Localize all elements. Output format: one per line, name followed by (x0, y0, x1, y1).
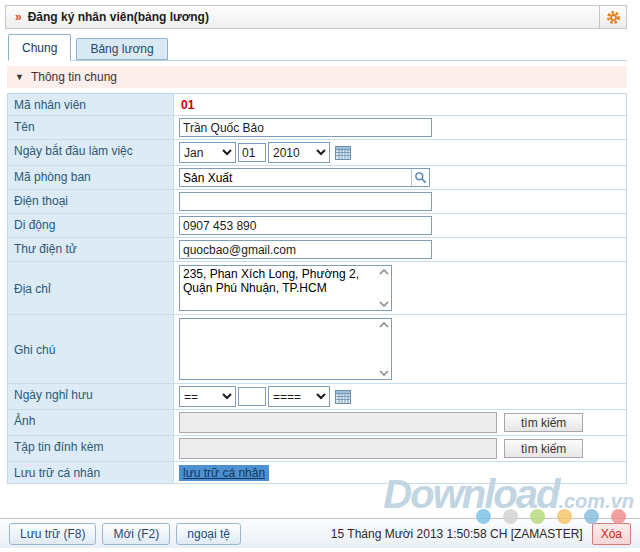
phone-input[interactable] (179, 192, 432, 211)
watermark-dot (476, 509, 491, 524)
save-button[interactable]: Lưu trữ (F8) (9, 523, 96, 545)
attachment-browse-button[interactable]: tìm kiếm (504, 439, 583, 458)
textarea-scrollbar[interactable] (376, 266, 391, 310)
field-label: Mã nhân viên (8, 94, 174, 115)
row-department: Mã phòng ban (8, 166, 626, 190)
field-label: Điện thoại (8, 190, 174, 213)
retirement-year-select[interactable]: ==== (268, 386, 330, 407)
field-label: Thư điện tử (8, 238, 174, 261)
notes-field (179, 318, 392, 380)
retirement-month-select[interactable]: == (179, 386, 236, 407)
calendar-icon[interactable] (335, 389, 351, 404)
name-input[interactable] (179, 118, 432, 137)
row-email: Thư điện tử (8, 238, 626, 262)
row-notes: Ghi chú (8, 315, 626, 384)
row-attachment: Tập tin đính kèm tìm kiếm (8, 436, 626, 462)
department-lookup-field (179, 168, 430, 187)
field-label: Di động (8, 214, 174, 237)
delete-button[interactable]: Xóa (592, 523, 631, 545)
field-label: Ảnh (8, 410, 174, 435)
start-year-select[interactable]: 2010 (268, 142, 330, 163)
watermark-dot (611, 509, 626, 524)
field-value-cell (174, 116, 626, 139)
tab-bar: Chung Bảng lương (8, 33, 627, 61)
start-day-input[interactable] (238, 143, 266, 162)
calendar-icon[interactable] (335, 145, 351, 160)
page-title: Đăng ký nhân viên(bảng lương) (28, 10, 209, 24)
field-label: Mã phòng ban (8, 166, 174, 189)
field-value-cell (174, 190, 626, 213)
section-title: Thông tin chung (31, 70, 117, 84)
breadcrumb-arrow-icon: » (15, 10, 22, 24)
field-label: Lưu trữ cá nhân (8, 462, 174, 483)
field-value-cell (174, 315, 626, 383)
settings-button[interactable] (599, 6, 626, 28)
notes-textarea[interactable] (180, 319, 376, 379)
textarea-scrollbar[interactable] (376, 319, 391, 379)
field-value-cell: == ==== (174, 384, 626, 409)
field-value-cell: 235, Phan Xích Long, Phường 2, Quận Phú … (174, 262, 626, 314)
search-lookup-icon[interactable] (411, 169, 429, 186)
window-titlebar: » Đăng ký nhân viên(bảng lương) (5, 5, 627, 29)
gear-icon (606, 10, 621, 25)
row-employee-id: Mã nhân viên 01 (8, 94, 626, 116)
row-phone: Điện thoại (8, 190, 626, 214)
row-start-date: Ngày bắt đầu làm việc Jan 2010 (8, 140, 626, 166)
field-value-cell (174, 214, 626, 237)
department-input[interactable] (180, 171, 411, 185)
row-photo: Ảnh tìm kiếm (8, 410, 626, 436)
field-value-cell: tìm kiếm (174, 436, 626, 461)
photo-path-input (179, 412, 497, 433)
tab-chung[interactable]: Chung (8, 34, 71, 61)
attachment-path-input (179, 438, 497, 459)
row-address: Địa chỉ 235, Phan Xích Long, Phường 2, Q… (8, 262, 626, 315)
watermark-dot (557, 509, 572, 524)
field-label: Tên (8, 116, 174, 139)
address-textarea[interactable]: 235, Phan Xích Long, Phường 2, Quận Phú … (180, 266, 376, 310)
new-button[interactable]: Mới (F2) (102, 523, 170, 545)
field-label: Ngày nghỉ hưu (8, 384, 174, 409)
retirement-day-input[interactable] (238, 387, 266, 406)
currency-button[interactable]: ngoại tệ (176, 523, 241, 545)
row-name: Tên (8, 116, 626, 140)
scroll-down-icon (379, 301, 389, 307)
status-text: 15 Tháng Mười 2013 1:50:58 CH [ZAMASTER] (331, 527, 583, 541)
photo-browse-button[interactable]: tìm kiếm (504, 413, 583, 432)
personal-storage-link[interactable]: lưu trữ cá nhân (179, 465, 269, 481)
field-label: Ngày bắt đầu làm việc (8, 140, 174, 165)
start-month-select[interactable]: Jan (179, 142, 236, 163)
row-retirement-date: Ngày nghỉ hưu == ==== (8, 384, 626, 410)
scroll-down-icon (379, 370, 389, 376)
tab-bang-luong[interactable]: Bảng lương (76, 38, 167, 60)
scroll-up-icon (379, 322, 389, 328)
field-label: Tập tin đính kèm (8, 436, 174, 461)
collapse-triangle-icon: ▼ (15, 72, 24, 82)
scroll-up-icon (379, 269, 389, 275)
address-field: 235, Phan Xích Long, Phường 2, Quận Phú … (179, 265, 392, 311)
field-value-cell: Jan 2010 (174, 140, 626, 165)
employee-id-value: 01 (179, 98, 194, 112)
email-input[interactable] (179, 240, 432, 259)
field-label: Ghi chú (8, 315, 174, 383)
watermark-dots (476, 509, 626, 524)
field-label: Địa chỉ (8, 262, 174, 314)
field-value-cell: tìm kiếm (174, 410, 626, 435)
form-table: Mã nhân viên 01 Tên Ngày bắt đầu làm việ… (7, 93, 627, 484)
field-value-cell: 01 (174, 94, 626, 115)
row-mobile: Di động (8, 214, 626, 238)
watermark-dot (503, 509, 518, 524)
section-header-thong-tin-chung[interactable]: ▼ Thông tin chung (7, 66, 627, 88)
field-value-cell (174, 166, 626, 189)
watermark-dot (530, 509, 545, 524)
field-value-cell (174, 238, 626, 261)
watermark-dot (584, 509, 599, 524)
mobile-input[interactable] (179, 216, 432, 235)
